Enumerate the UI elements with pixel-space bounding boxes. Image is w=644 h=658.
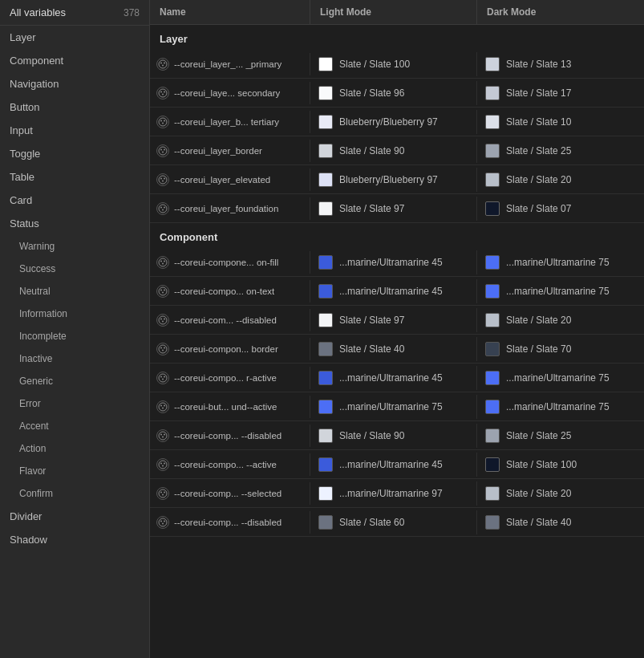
sidebar-item-button[interactable]: Button (0, 95, 149, 119)
sidebar-item-action[interactable]: Action (0, 437, 149, 460)
variable-name: --coreui_layer_elevated (174, 175, 270, 185)
svg-point-51 (162, 436, 164, 437)
sidebar-count: 378 (124, 7, 140, 18)
sidebar-item-table[interactable]: Table (0, 165, 149, 189)
light-value: Slate / Slate 90 (339, 145, 404, 156)
table-row[interactable]: --coreui_layer_foundationSlate / Slate 9… (150, 194, 644, 223)
light-mode-cell: Slate / Slate 100 (310, 52, 477, 76)
sidebar-item-input[interactable]: Input (0, 119, 149, 142)
dark-mode-cell: ...marine/Ultramarine 75 (477, 366, 644, 390)
svg-point-47 (162, 407, 164, 408)
svg-point-59 (162, 494, 164, 495)
light-swatch (318, 201, 333, 216)
sidebar-item-flavor[interactable]: Flavor (0, 460, 149, 482)
sidebar-item-generic[interactable]: Generic (0, 370, 149, 392)
light-swatch (318, 115, 333, 129)
light-mode-cell: ...marine/Ultramarine 45 (310, 279, 477, 303)
svg-point-22 (164, 206, 165, 208)
svg-point-38 (164, 347, 165, 348)
svg-point-20 (159, 205, 167, 213)
dark-value: Slate / Slate 25 (506, 430, 571, 441)
sidebar-item-warning[interactable]: Warning (0, 235, 149, 258)
sidebar-item-accent[interactable]: Accent (0, 415, 149, 437)
table-row[interactable]: --coreui_layer_borderSlate / Slate 90Sla… (150, 136, 644, 165)
sidebar: All variables 378 LayerComponentNavigati… (0, 0, 150, 658)
sidebar-item-neutral[interactable]: Neutral (0, 280, 149, 303)
sidebar-item-confirm[interactable]: Confirm (0, 482, 149, 505)
dark-mode-cell: ...marine/Ultramarine 75 (477, 279, 644, 303)
svg-point-14 (164, 148, 165, 150)
sidebar-title: All variables (10, 6, 66, 18)
table-row[interactable]: --coreui-compon... borderSlate / Slate 4… (150, 335, 644, 364)
light-mode-cell: Blueberry/Blueberry 97 (310, 168, 477, 192)
dark-mode-cell: Slate / Slate 07 (477, 197, 644, 221)
col-header-light: Light Mode (310, 0, 477, 24)
dark-swatch (485, 429, 500, 443)
sidebar-item-success[interactable]: Success (0, 258, 149, 280)
svg-point-19 (162, 180, 164, 181)
sidebar-item-incomplete[interactable]: Incomplete (0, 325, 149, 347)
svg-point-39 (162, 349, 164, 351)
table-row[interactable]: --coreui-comp... --disabledSlate / Slate… (150, 508, 644, 537)
svg-point-41 (160, 376, 162, 377)
sidebar-item-toggle[interactable]: Toggle (0, 142, 149, 165)
sidebar-item-error[interactable]: Error (0, 392, 149, 415)
sidebar-header: All variables 378 (0, 0, 149, 26)
table-row[interactable]: --coreui-comp... --selected...marine/Ult… (150, 479, 644, 508)
sidebar-item-navigation[interactable]: Navigation (0, 72, 149, 95)
svg-point-54 (164, 462, 165, 464)
svg-point-7 (162, 93, 164, 95)
dark-mode-cell: Slate / Slate 25 (477, 424, 644, 448)
table-row[interactable]: --coreui-compo... --active...marine/Ultr… (150, 450, 644, 479)
table-row[interactable]: --coreui_layer_... _primarySlate / Slate… (150, 50, 644, 79)
dark-value: ...marine/Ultramarine 75 (506, 257, 610, 268)
table-row[interactable]: --coreui_layer_elevatedBlueberry/Blueber… (150, 165, 644, 194)
light-mode-cell: Slate / Slate 97 (310, 197, 477, 221)
dark-mode-cell: ...marine/Ultramarine 75 (477, 250, 644, 274)
table-row[interactable]: --coreui-compo... on-text...marine/Ultra… (150, 277, 644, 306)
variable-name: --coreui-compo... r-active (174, 373, 277, 383)
table-row[interactable]: --coreui_laye... secondarySlate / Slate … (150, 79, 644, 108)
sidebar-item-divider[interactable]: Divider (0, 505, 149, 528)
sidebar-item-information[interactable]: Information (0, 303, 149, 325)
svg-point-21 (160, 206, 162, 208)
light-swatch (318, 429, 333, 443)
col-header-name: Name (150, 0, 310, 24)
sidebar-item-inactive[interactable]: Inactive (0, 347, 149, 370)
svg-point-37 (160, 347, 162, 348)
light-value: ...marine/Ultramarine 97 (339, 488, 443, 499)
svg-point-27 (162, 262, 164, 264)
light-mode-cell: Slate / Slate 90 (310, 424, 477, 448)
sidebar-item-status[interactable]: Status (0, 212, 149, 235)
table-row[interactable]: --coreui_layer_b... tertiaryBlueberry/Bl… (150, 108, 644, 136)
sidebar-item-card[interactable]: Card (0, 189, 149, 212)
sidebar-item-component[interactable]: Component (0, 49, 149, 72)
table-row[interactable]: --coreui-comp... --disabledSlate / Slate… (150, 421, 644, 450)
dark-value: Slate / Slate 70 (506, 343, 571, 355)
variable-name: --coreui_layer_border (174, 146, 262, 156)
light-swatch (318, 144, 333, 158)
svg-point-52 (159, 461, 167, 469)
light-swatch (318, 342, 333, 356)
table-row[interactable]: --coreui-compone... on-fill...marine/Ult… (150, 248, 644, 277)
table-row[interactable]: --coreui-but... und--active...marine/Ult… (150, 392, 644, 421)
name-cell: --coreui_laye... secondary (150, 82, 310, 104)
variable-icon (156, 458, 169, 471)
sidebar-item-layer[interactable]: Layer (0, 26, 149, 49)
dark-mode-cell: Slate / Slate 20 (477, 308, 644, 332)
table-row[interactable]: --coreui-compo... r-active...marine/Ultr… (150, 364, 644, 392)
svg-point-18 (164, 177, 165, 179)
dark-value: ...marine/Ultramarine 75 (506, 286, 610, 297)
dark-value: Slate / Slate 100 (506, 459, 577, 470)
svg-point-30 (164, 289, 165, 290)
variable-icon (156, 87, 169, 100)
dark-value: Slate / Slate 20 (506, 315, 571, 326)
variable-name: --coreui_layer_b... tertiary (174, 117, 279, 127)
dark-swatch (485, 400, 500, 414)
svg-point-11 (162, 122, 164, 124)
svg-point-45 (160, 404, 162, 406)
sidebar-item-shadow[interactable]: Shadow (0, 528, 149, 551)
light-mode-cell: ...marine/Ultramarine 45 (310, 366, 477, 390)
table-row[interactable]: --coreui-com... --disabledSlate / Slate … (150, 306, 644, 335)
svg-point-5 (160, 91, 162, 92)
